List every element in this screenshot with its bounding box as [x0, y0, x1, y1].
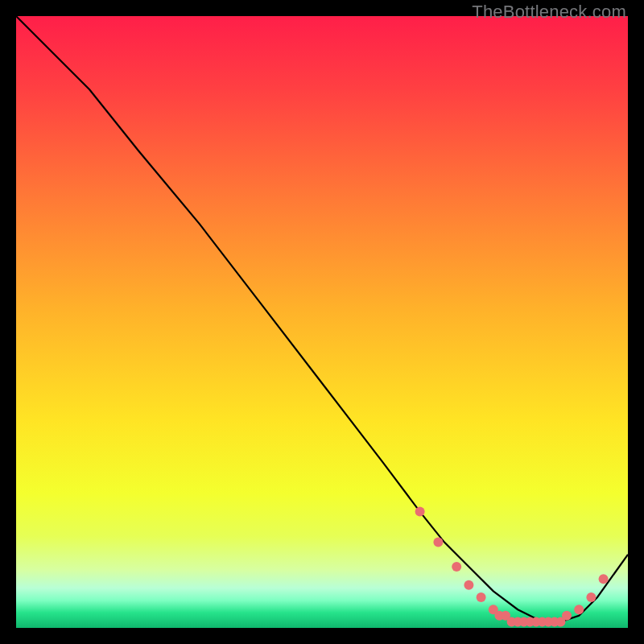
chart-marker-dot: [433, 538, 443, 547]
chart-background: [16, 16, 628, 628]
chart-marker-dot: [464, 580, 473, 590]
chart-marker-dot: [599, 574, 609, 584]
chart-marker-dot: [586, 592, 596, 602]
chart-marker-dot: [452, 562, 461, 572]
chart-marker-dot: [574, 605, 584, 614]
chart-frame: [16, 16, 628, 628]
chart-marker-dot: [415, 507, 425, 517]
chart-svg: [16, 16, 628, 628]
chart-marker-dot: [477, 592, 486, 602]
watermark-text: TheBottleneck.com: [472, 2, 626, 23]
chart-marker-dot: [562, 611, 572, 621]
